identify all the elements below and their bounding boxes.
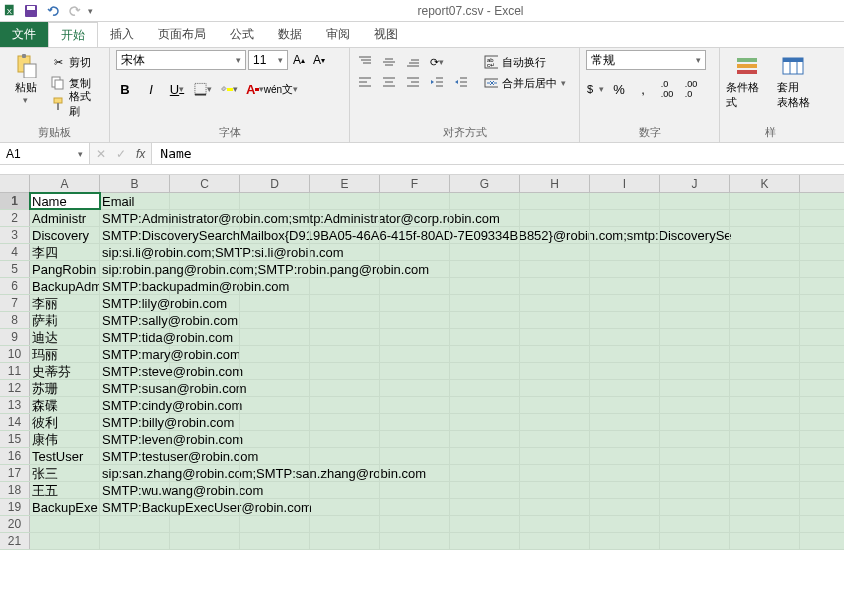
- cell[interactable]: [240, 363, 310, 379]
- cell[interactable]: [450, 210, 520, 226]
- cell[interactable]: [450, 278, 520, 294]
- cell[interactable]: [450, 465, 520, 481]
- cell[interactable]: [660, 295, 730, 311]
- cell[interactable]: [310, 482, 380, 498]
- cell[interactable]: [380, 193, 450, 209]
- cell[interactable]: [730, 499, 800, 515]
- cell[interactable]: [730, 482, 800, 498]
- cell[interactable]: [310, 363, 380, 379]
- align-left-icon[interactable]: [356, 74, 374, 90]
- cell[interactable]: [310, 295, 380, 311]
- table-format-button[interactable]: 套用 表格格: [772, 50, 814, 110]
- cell[interactable]: [520, 533, 590, 549]
- cell[interactable]: 王五: [30, 482, 100, 498]
- cell[interactable]: [520, 210, 590, 226]
- cell[interactable]: [660, 244, 730, 260]
- cell[interactable]: [590, 295, 660, 311]
- cell[interactable]: [520, 227, 590, 243]
- cell[interactable]: [170, 397, 240, 413]
- cell[interactable]: SMTP:billy@robin.com: [100, 414, 170, 430]
- cell[interactable]: [660, 261, 730, 277]
- cell[interactable]: [240, 227, 310, 243]
- cell[interactable]: [450, 499, 520, 515]
- row-header[interactable]: 18: [0, 482, 30, 498]
- cell[interactable]: [660, 533, 730, 549]
- cell[interactable]: [590, 261, 660, 277]
- cell[interactable]: [170, 193, 240, 209]
- row-header[interactable]: 9: [0, 329, 30, 345]
- cell[interactable]: BackupAdm: [30, 278, 100, 294]
- align-bottom-icon[interactable]: [404, 54, 422, 70]
- cell[interactable]: [660, 380, 730, 396]
- cell[interactable]: sip:robin.pang@robin.com;SMTP:robin.pang…: [100, 261, 170, 277]
- cell[interactable]: [170, 431, 240, 447]
- cell[interactable]: [170, 261, 240, 277]
- select-all-corner[interactable]: [0, 175, 30, 192]
- cell[interactable]: [730, 295, 800, 311]
- cell[interactable]: [730, 329, 800, 345]
- cell[interactable]: [380, 244, 450, 260]
- cell[interactable]: SMTP:mary@robin.com: [100, 346, 170, 362]
- comma-format-icon[interactable]: ,: [634, 80, 652, 98]
- cell[interactable]: [520, 261, 590, 277]
- cell[interactable]: [310, 499, 380, 515]
- row-header[interactable]: 8: [0, 312, 30, 328]
- cell[interactable]: [730, 533, 800, 549]
- cell[interactable]: SMTP:Administrator@robin.com;smtp:Admini…: [100, 210, 170, 226]
- font-size-select[interactable]: 11 ▾: [248, 50, 288, 70]
- cell[interactable]: [450, 414, 520, 430]
- cell[interactable]: [380, 516, 450, 532]
- row-header[interactable]: 12: [0, 380, 30, 396]
- cell[interactable]: [310, 380, 380, 396]
- cell[interactable]: [310, 346, 380, 362]
- cell[interactable]: [240, 499, 310, 515]
- cell[interactable]: [170, 312, 240, 328]
- cell[interactable]: [450, 193, 520, 209]
- cell[interactable]: [590, 193, 660, 209]
- row-header[interactable]: 16: [0, 448, 30, 464]
- cell[interactable]: [240, 312, 310, 328]
- cell[interactable]: SMTP:cindy@robin.com: [100, 397, 170, 413]
- cell[interactable]: 史蒂芬: [30, 363, 100, 379]
- tab-review[interactable]: 审阅: [314, 22, 362, 47]
- cell[interactable]: [170, 363, 240, 379]
- row-header[interactable]: 7: [0, 295, 30, 311]
- cell[interactable]: [240, 346, 310, 362]
- phonetic-button[interactable]: wén文▾: [272, 80, 290, 98]
- cell[interactable]: [590, 244, 660, 260]
- row-header[interactable]: 13: [0, 397, 30, 413]
- merge-center-button[interactable]: 合并后居中▾: [482, 73, 568, 93]
- row-header[interactable]: 6: [0, 278, 30, 294]
- cell[interactable]: [310, 210, 380, 226]
- cell[interactable]: [310, 448, 380, 464]
- decrease-decimal-icon[interactable]: .00.0: [682, 80, 700, 98]
- percent-format-icon[interactable]: %: [610, 80, 628, 98]
- column-header[interactable]: D: [240, 175, 310, 192]
- cell[interactable]: [590, 516, 660, 532]
- row-header[interactable]: 4: [0, 244, 30, 260]
- cell[interactable]: [310, 414, 380, 430]
- cell[interactable]: [170, 380, 240, 396]
- cell[interactable]: Name: [30, 193, 100, 209]
- cell[interactable]: [240, 210, 310, 226]
- align-center-icon[interactable]: [380, 74, 398, 90]
- cell[interactable]: [730, 346, 800, 362]
- cell[interactable]: [100, 533, 170, 549]
- cell[interactable]: [590, 482, 660, 498]
- cell[interactable]: [170, 414, 240, 430]
- cell[interactable]: [520, 244, 590, 260]
- cell[interactable]: [660, 278, 730, 294]
- cell[interactable]: [30, 533, 100, 549]
- decrease-indent-icon[interactable]: [428, 74, 446, 90]
- cell[interactable]: [730, 193, 800, 209]
- cell[interactable]: [380, 448, 450, 464]
- cell[interactable]: 迪达: [30, 329, 100, 345]
- cell[interactable]: [240, 516, 310, 532]
- cell[interactable]: [240, 193, 310, 209]
- cell[interactable]: [520, 312, 590, 328]
- row-header[interactable]: 14: [0, 414, 30, 430]
- cell[interactable]: [310, 516, 380, 532]
- cell[interactable]: [660, 482, 730, 498]
- cell[interactable]: [590, 346, 660, 362]
- cell[interactable]: [450, 329, 520, 345]
